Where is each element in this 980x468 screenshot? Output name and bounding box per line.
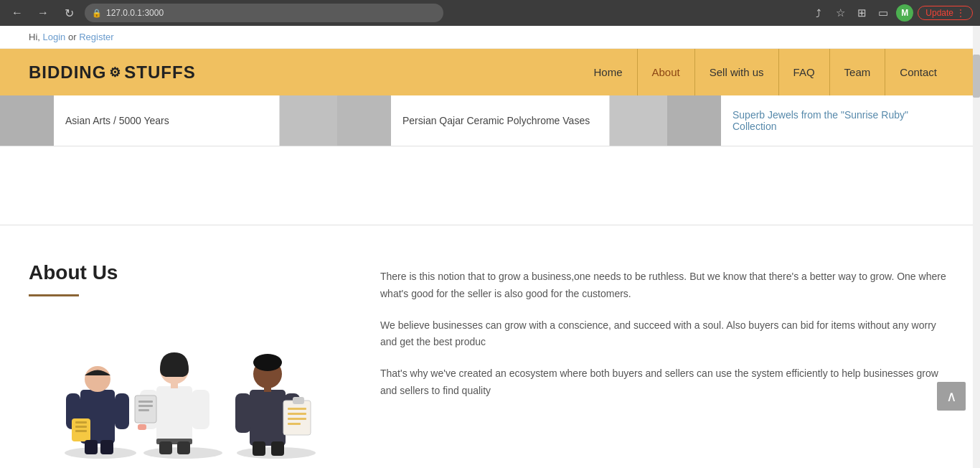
svg-rect-8 xyxy=(75,421,87,423)
svg-rect-15 xyxy=(171,381,178,388)
auction-card-img-3 xyxy=(337,95,391,146)
svg-rect-12 xyxy=(100,440,113,454)
svg-rect-9 xyxy=(75,426,87,428)
auction-card-text-5: Superb Jewels from the "Sunrise Ruby" Co… xyxy=(721,95,965,146)
logo-text-1: BIDDING xyxy=(29,62,106,83)
auction-card-text-3: Persian Qajar Ceramic Polychrome Vases xyxy=(391,95,609,146)
reload-button[interactable]: ↻ xyxy=(59,3,79,23)
auction-card-text-1: Asian Arts / 5000 Years xyxy=(54,95,279,146)
svg-rect-30 xyxy=(235,393,251,433)
about-title: About Us xyxy=(29,261,337,284)
svg-rect-23 xyxy=(159,441,172,454)
gap-section xyxy=(0,146,980,225)
address-bar[interactable]: 🔒 127.0.0.1:3000 xyxy=(85,4,443,22)
browser-chrome: ← → ↻ 🔒 127.0.0.1:3000 ⤴ ☆ ⊞ ▭ M Update … xyxy=(0,0,980,26)
svg-rect-25 xyxy=(138,424,146,430)
nav-home[interactable]: Home xyxy=(580,49,638,95)
back-button[interactable]: ← xyxy=(7,3,27,23)
about-para-3: That's why we've created an ecosystem wh… xyxy=(380,365,951,400)
auction-card-img-4 xyxy=(610,95,667,146)
auction-card-img-2 xyxy=(280,95,337,146)
about-section: About Us xyxy=(0,225,980,468)
nav-faq[interactable]: FAQ xyxy=(779,49,830,95)
svg-rect-37 xyxy=(288,423,301,425)
auction-card-2[interactable] xyxy=(280,95,337,146)
nav-contact[interactable]: Contact xyxy=(885,49,951,95)
about-para-2: We believe businesses can grow with a co… xyxy=(380,317,951,352)
auction-card-5[interactable]: Superb Jewels from the "Sunrise Ruby" Co… xyxy=(667,95,980,146)
about-right-panel: There is this notion that to grow a busi… xyxy=(380,261,951,414)
about-underline xyxy=(29,294,79,296)
svg-rect-33 xyxy=(293,397,304,404)
login-link[interactable]: Login xyxy=(43,32,66,42)
svg-rect-20 xyxy=(138,405,153,407)
share-icon[interactable]: ⤴ xyxy=(810,4,827,22)
svg-rect-36 xyxy=(288,418,306,420)
about-left-panel: About Us xyxy=(29,261,337,462)
star-icon[interactable]: ☆ xyxy=(831,4,849,22)
register-link[interactable]: Register xyxy=(79,32,113,42)
page-scrollbar[interactable] xyxy=(973,26,980,468)
svg-rect-17 xyxy=(192,390,209,429)
or-text: or xyxy=(68,32,77,42)
svg-rect-10 xyxy=(75,430,87,432)
site-nav: Home About Sell with us FAQ Team Contact xyxy=(580,49,952,95)
svg-rect-21 xyxy=(138,409,149,411)
puzzle-icon[interactable]: ⊞ xyxy=(853,4,870,22)
auction-card-3[interactable]: Persian Qajar Ceramic Polychrome Vases xyxy=(337,95,610,146)
svg-rect-29 xyxy=(264,386,271,392)
lock-icon: 🔒 xyxy=(92,9,102,18)
profile-avatar[interactable]: M xyxy=(896,4,913,22)
window-icon[interactable]: ▭ xyxy=(875,4,892,22)
site-header: BIDDING ⚙ STUFFS Home About Sell with us… xyxy=(0,49,980,95)
top-bar: Hi, Login or Register xyxy=(0,26,980,49)
browser-actions: ⤴ ☆ ⊞ ▭ M Update ⋮ xyxy=(810,4,973,22)
svg-rect-6 xyxy=(115,393,129,429)
svg-rect-26 xyxy=(250,390,286,446)
update-button[interactable]: Update ⋮ xyxy=(918,6,973,20)
svg-rect-11 xyxy=(85,440,98,454)
scrollbar-thumb[interactable] xyxy=(973,55,980,98)
svg-rect-24 xyxy=(177,441,190,454)
svg-rect-34 xyxy=(288,408,306,410)
scroll-top-button[interactable]: ∧ xyxy=(937,382,966,411)
forward-button[interactable]: → xyxy=(33,3,53,23)
site-logo: BIDDING ⚙ STUFFS xyxy=(29,62,196,83)
about-para-1: There is this notion that to grow a busi… xyxy=(380,268,951,303)
people-svg xyxy=(29,318,337,462)
svg-rect-19 xyxy=(138,401,153,403)
page-content: Hi, Login or Register BIDDING ⚙ STUFFS H… xyxy=(0,26,980,468)
address-text: 127.0.0.1:3000 xyxy=(106,8,164,18)
nav-team[interactable]: Team xyxy=(830,49,886,95)
nav-sell-with-us[interactable]: Sell with us xyxy=(695,49,779,95)
svg-rect-35 xyxy=(288,413,306,415)
svg-rect-38 xyxy=(253,441,265,456)
logo-text-2: STUFFS xyxy=(124,62,195,83)
auction-card-img-5 xyxy=(667,95,721,146)
svg-point-28 xyxy=(253,354,282,371)
people-illustration xyxy=(29,318,337,462)
auction-card-1[interactable]: Asian Arts / 5000 Years xyxy=(0,95,280,146)
auction-cards-row: Asian Arts / 5000 Years Persian Qajar Ce… xyxy=(0,95,980,146)
hi-text: Hi, xyxy=(29,32,40,42)
auction-card-4[interactable] xyxy=(610,95,667,146)
nav-about[interactable]: About xyxy=(638,49,695,95)
svg-point-4 xyxy=(85,366,110,392)
auction-card-img-1 xyxy=(0,95,54,146)
svg-rect-39 xyxy=(271,441,284,456)
svg-rect-13 xyxy=(156,386,192,444)
logo-gear-icon: ⚙ xyxy=(109,65,121,80)
